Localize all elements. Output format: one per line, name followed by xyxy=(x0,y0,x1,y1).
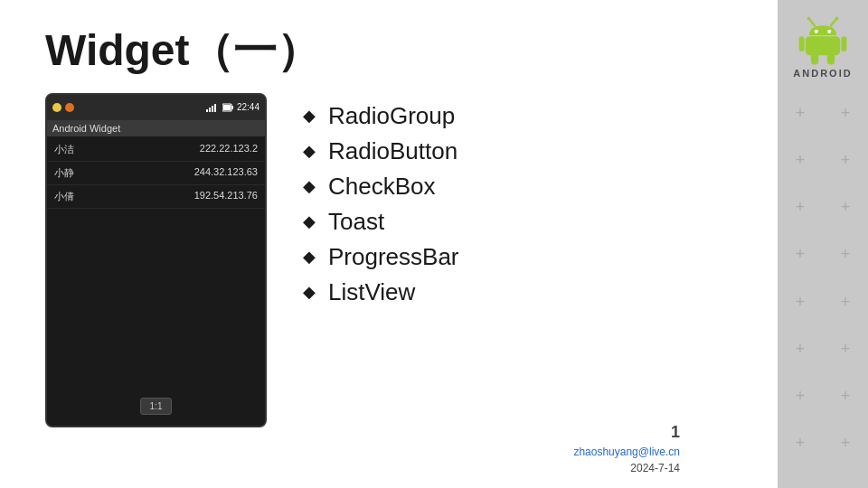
svg-rect-17 xyxy=(827,53,835,64)
svg-rect-14 xyxy=(799,36,805,52)
svg-rect-3 xyxy=(214,104,216,112)
plus-icon: + xyxy=(778,333,823,365)
content-row: 22:44 Android Widget 小洁 222.22.123.2 小静 … xyxy=(45,93,741,470)
bullet-item-2: ◆ RadioButton xyxy=(303,137,741,165)
bullet-item-3: ◆ CheckBox xyxy=(303,173,741,201)
phone-btn[interactable]: 1:1 xyxy=(140,398,173,415)
svg-rect-13 xyxy=(806,36,840,55)
svg-rect-2 xyxy=(212,106,213,112)
date-text: 2024-7-14 xyxy=(630,462,680,474)
status-time: 22:44 xyxy=(237,102,259,112)
phone-name-3: 小倩 xyxy=(54,190,74,203)
phone-title-bar: Android Widget xyxy=(47,120,265,136)
email-link[interactable]: zhaoshuyang@live.cn xyxy=(573,446,680,458)
bullet-diamond-4: ◆ xyxy=(303,211,316,231)
svg-rect-1 xyxy=(209,108,211,112)
bullet-label-6: ListView xyxy=(328,278,415,306)
bullet-item-4: ◆ Toast xyxy=(303,208,741,236)
status-right: 22:44 xyxy=(206,102,259,112)
plus-icon: + xyxy=(823,192,868,224)
phone-row-1: 小洁 222.22.123.2 xyxy=(47,138,265,162)
bullet-item-5: ◆ ProgressBar xyxy=(303,243,741,271)
status-dot-yellow xyxy=(52,103,61,112)
phone-ip-1: 222.22.123.2 xyxy=(200,143,258,156)
phone-ip-3: 192.54.213.76 xyxy=(194,190,258,203)
bullet-label-2: RadioButton xyxy=(328,137,458,165)
phone-bottom: 1:1 xyxy=(47,277,265,426)
plus-icon: + xyxy=(823,427,868,460)
phone-list: 小洁 222.22.123.2 小静 244.32.123.63 小倩 192.… xyxy=(47,136,265,277)
svg-point-12 xyxy=(827,30,831,33)
phone-name-2: 小静 xyxy=(54,166,74,180)
sidebar-plus-grid: + + + + + + + + + + + + + + + + xyxy=(778,97,868,474)
plus-icon: + xyxy=(778,239,823,271)
plus-icon: + xyxy=(823,239,868,271)
svg-rect-0 xyxy=(206,109,208,112)
signal-icon xyxy=(206,103,219,112)
plus-icon: + xyxy=(778,97,823,129)
plus-icon: + xyxy=(823,144,868,176)
svg-rect-15 xyxy=(841,36,846,52)
phone-name-1: 小洁 xyxy=(54,143,74,156)
svg-rect-5 xyxy=(231,106,233,109)
bullet-label-4: Toast xyxy=(328,208,384,236)
plus-icon: + xyxy=(778,192,823,224)
plus-icon: + xyxy=(823,97,868,129)
plus-icon: + xyxy=(823,333,868,365)
status-dot-orange xyxy=(65,103,74,112)
plus-icon: + xyxy=(778,427,823,460)
page-title: Widget（一） xyxy=(45,27,741,75)
bullet-item-6: ◆ ListView xyxy=(303,278,741,306)
phone-mockup: 22:44 Android Widget 小洁 222.22.123.2 小静 … xyxy=(45,93,267,427)
svg-rect-6 xyxy=(223,105,231,110)
svg-line-9 xyxy=(831,19,836,25)
svg-point-8 xyxy=(807,17,811,21)
page-number: 1 xyxy=(671,423,680,442)
phone-status-bar: 22:44 xyxy=(47,95,265,120)
bullet-label-1: RadioGroup xyxy=(328,102,455,130)
status-left xyxy=(52,103,74,112)
plus-icon: + xyxy=(778,380,823,413)
svg-line-7 xyxy=(809,19,815,25)
android-logo xyxy=(796,14,850,68)
svg-rect-16 xyxy=(811,53,818,64)
bullet-label-3: CheckBox xyxy=(328,173,436,201)
bullet-diamond-3: ◆ xyxy=(303,176,316,196)
bullet-diamond-5: ◆ xyxy=(303,247,316,267)
main-content: Widget（一） xyxy=(0,0,778,488)
bullet-diamond-1: ◆ xyxy=(303,106,316,126)
plus-icon: + xyxy=(778,144,823,176)
bullet-label-5: ProgressBar xyxy=(328,243,459,271)
android-brand-text: ANDROID xyxy=(793,68,852,79)
phone-row-2: 小静 244.32.123.63 xyxy=(47,162,265,185)
svg-point-10 xyxy=(835,17,839,21)
bullet-item-1: ◆ RadioGroup xyxy=(303,102,741,130)
battery-icon xyxy=(222,103,233,112)
phone-ip-2: 244.32.123.63 xyxy=(194,166,258,180)
phone-row-3: 小倩 192.54.213.76 xyxy=(47,185,265,209)
footer-info: 1 zhaoshuyang@live.cn 2024-7-14 xyxy=(573,423,680,474)
bullet-diamond-6: ◆ xyxy=(303,282,316,302)
bullet-list: ◆ RadioGroup ◆ RadioButton ◆ CheckBox ◆ … xyxy=(303,93,741,470)
bullet-diamond-2: ◆ xyxy=(303,141,316,161)
plus-icon: + xyxy=(823,286,868,318)
plus-icon: + xyxy=(778,286,823,318)
plus-icon: + xyxy=(823,380,868,413)
svg-point-11 xyxy=(815,30,818,33)
right-sidebar: ANDROID + + + + + + + + + + + + + + + + xyxy=(778,0,868,488)
